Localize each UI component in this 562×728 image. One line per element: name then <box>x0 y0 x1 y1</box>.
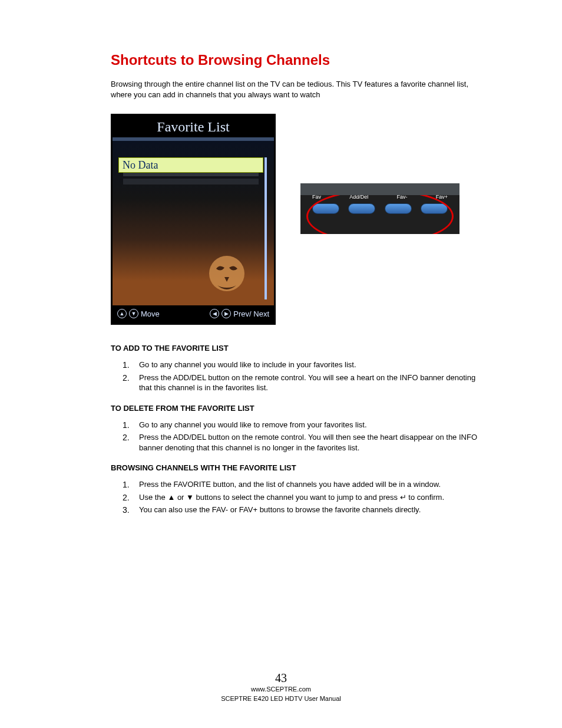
footer-url: www.SCEPTRE.com <box>0 685 562 694</box>
add-step-1: Go to any channel you would like to incl… <box>139 360 356 369</box>
del-step-2: Press the ADD/DEL button on the remote c… <box>139 433 477 452</box>
remote-buttons-photo: Fav Add/Del Fav- Fav+ <box>300 183 459 234</box>
section-head-del: TO DELETE FROM THE FAVORITE LIST <box>111 404 494 413</box>
move-label: Move <box>141 309 160 318</box>
browse-steps: 1.Press the FAVORITE button, and the lis… <box>111 479 494 515</box>
prevnext-label: Prev/ Next <box>233 309 269 318</box>
section-head-browse: BROWSING CHANNELS WITH THE FAVORITE LIST <box>111 463 494 472</box>
right-arrow-icon: ▶ <box>222 309 231 318</box>
intro-text: Browsing through the entire channel list… <box>111 79 476 100</box>
add-step-2: Press the ADD/DEL button on the remote c… <box>139 373 475 393</box>
page-title: Shortcuts to Browsing Channels <box>111 52 494 68</box>
move-hint: ▲ ▼ Move <box>117 309 160 318</box>
footer-manual: SCEPTRE E420 LED HDTV User Manual <box>0 694 562 703</box>
favorite-list-screenshot: Favorite List No Data ▲ ▼ Move ◀ <box>111 114 276 325</box>
browse-step-1: Press the FAVORITE button, and the list … <box>139 480 441 489</box>
left-arrow-icon: ◀ <box>210 309 219 318</box>
page-number: 43 <box>0 671 562 685</box>
red-ellipse-highlight <box>306 190 454 234</box>
remote-label-fav: Fav <box>312 194 321 200</box>
section-head-add: TO ADD TO THE FAVORITE LIST <box>111 344 494 353</box>
del-step-1: Go to any channel you would like to remo… <box>139 420 367 429</box>
tv-screenshot-title: Favorite List <box>113 116 274 141</box>
pumpkin-skull-art <box>203 251 250 310</box>
up-arrow-icon: ▲ <box>117 309 127 318</box>
browse-step-2: Use the ▲ or ▼ buttons to select the cha… <box>139 493 444 502</box>
svg-point-0 <box>209 256 244 291</box>
down-arrow-icon: ▼ <box>129 309 138 318</box>
del-steps: 1.Go to any channel you would like to re… <box>111 420 494 453</box>
add-steps: 1.Go to any channel you would like to in… <box>111 360 494 393</box>
tv-scrollbar <box>265 157 267 299</box>
prevnext-hint: ◀ ▶ Prev/ Next <box>210 309 269 318</box>
browse-step-3: You can also use the FAV- or FAV+ button… <box>139 505 421 514</box>
tv-highlight-row: No Data <box>118 157 263 173</box>
